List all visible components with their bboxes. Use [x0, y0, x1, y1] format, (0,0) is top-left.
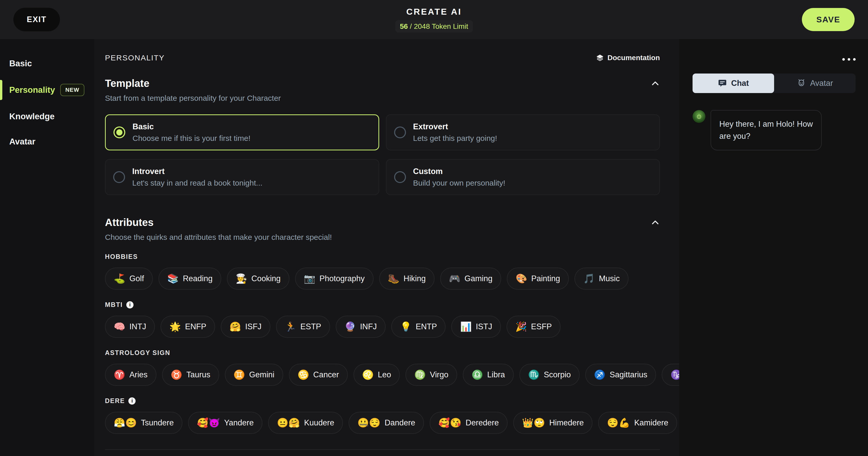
chip-emoji-icon: ♍	[414, 370, 426, 380]
chip-label: Yandere	[224, 418, 254, 427]
template-option-title: Custom	[413, 167, 505, 176]
chip-label: Hiking	[404, 274, 426, 283]
radio-icon[interactable]	[114, 127, 125, 138]
attribute-chip[interactable]: 🤐😌 Dandere	[349, 412, 424, 434]
chip-label: Libra	[487, 370, 505, 380]
radio-icon[interactable]	[394, 171, 406, 183]
info-icon[interactable]: i	[128, 397, 135, 404]
chip-emoji-icon: 😤😊	[114, 418, 137, 427]
chip-label: Scorpio	[544, 370, 571, 380]
chip-label: ENTP	[416, 322, 437, 331]
attribute-chip[interactable]: 🎨 Painting	[507, 268, 569, 290]
template-options: Basic Choose me if this is your first ti…	[105, 115, 679, 195]
chip-emoji-icon: ♊	[234, 370, 245, 380]
attribute-chip[interactable]: 📷 Photography	[295, 268, 374, 290]
attribute-chip[interactable]: 💡 ENTP	[391, 316, 446, 338]
attribute-chip[interactable]: 😐🤗 Kuudere	[268, 412, 343, 434]
chip-label: Dandere	[384, 418, 415, 427]
attribute-chip[interactable]: ♑ Capricorn	[662, 364, 679, 386]
sidebar-item[interactable]: Knowledge	[0, 104, 94, 129]
attribute-chip[interactable]: ♈ Aries	[105, 364, 156, 386]
chip-label: Leo	[378, 370, 391, 380]
attribute-chip[interactable]: 🧠 INTJ	[105, 316, 155, 338]
chip-label: Painting	[531, 274, 560, 283]
chip-emoji-icon: 🧠	[114, 322, 125, 331]
documentation-label: Documentation	[608, 54, 660, 62]
more-options-icon[interactable]	[692, 56, 856, 63]
attribute-chip[interactable]: ♐ Sagittarius	[585, 364, 656, 386]
chip-label: Reading	[183, 274, 213, 283]
attribute-chip[interactable]: ♏ Scorpio	[519, 364, 580, 386]
chevron-up-icon[interactable]	[651, 79, 660, 88]
template-option-title: Introvert	[132, 167, 262, 176]
chip-emoji-icon: ♉	[171, 370, 182, 380]
template-option-card[interactable]: Extrovert Lets get this party going!	[386, 115, 660, 150]
attribute-group-label: HOBBIES	[105, 253, 138, 260]
attribute-chip[interactable]: 🎉 ESFP	[506, 316, 561, 338]
page-title: CREATE AI	[395, 7, 473, 17]
chip-label: Sagittarius	[610, 370, 647, 380]
sidebar-item[interactable]: Personality NEW	[0, 76, 94, 104]
template-section-subtitle: Start from a template personality for yo…	[105, 94, 679, 103]
template-option-card[interactable]: Basic Choose me if this is your first ti…	[105, 115, 379, 150]
attribute-chip[interactable]: ♋ Cancer	[289, 364, 348, 386]
template-option-card[interactable]: Introvert Let's stay in and read a book …	[105, 159, 379, 195]
attribute-chip[interactable]: 📚 Reading	[158, 268, 221, 290]
attribute-chip[interactable]: 🥰😈 Yandere	[188, 412, 262, 434]
info-icon[interactable]: i	[126, 301, 133, 308]
chip-label: ISFJ	[245, 322, 261, 331]
attribute-chip[interactable]: 😌💪 Kamidere	[598, 412, 677, 434]
sidebar-item[interactable]: Basic	[0, 51, 94, 76]
attribute-chip-row: ♈ Aries ♉ Taurus ♊ Gemini ♋ Cancer	[105, 364, 679, 386]
chip-emoji-icon: ♌	[362, 370, 374, 380]
attribute-chip[interactable]: 📊 ISTJ	[451, 316, 501, 338]
chevron-up-icon[interactable]	[651, 218, 660, 227]
attribute-chip[interactable]: 🥰😘 Deredere	[430, 412, 507, 434]
attribute-group-label: DERE	[105, 397, 125, 404]
attribute-chip[interactable]: 😤😊 Tsundere	[105, 412, 182, 434]
exit-button[interactable]: EXIT	[13, 8, 60, 31]
chip-emoji-icon: ♑	[671, 370, 679, 380]
chip-label: Himedere	[549, 418, 584, 427]
chip-emoji-icon: 🏃	[285, 322, 297, 331]
attribute-chip[interactable]: 🎵 Music	[575, 268, 628, 290]
documentation-link[interactable]: Documentation	[596, 54, 660, 62]
personality-panel: PERSONALITY Documentation Template	[94, 39, 679, 456]
attribute-chip[interactable]: ♉ Taurus	[162, 364, 219, 386]
attribute-chip[interactable]: ♍ Virgo	[405, 364, 457, 386]
robot-icon	[797, 79, 806, 88]
chip-label: INFJ	[360, 322, 377, 331]
tab-avatar[interactable]: Avatar	[774, 73, 856, 93]
attribute-chip[interactable]: ♊ Gemini	[225, 364, 283, 386]
attribute-chip[interactable]: ♎ Libra	[463, 364, 514, 386]
attribute-chip[interactable]: 🥾 Hiking	[379, 268, 435, 290]
new-badge: NEW	[60, 84, 84, 96]
attribute-chip[interactable]: 🏃 ESTP	[276, 316, 330, 338]
attribute-chip[interactable]: 🎮 Gaming	[440, 268, 501, 290]
preview-panel: Chat Avatar ☺ Hey there, I am	[679, 39, 868, 456]
sidebar-item-label: Basic	[9, 59, 32, 68]
attribute-chip[interactable]: 🔮 INFJ	[336, 316, 385, 338]
chip-emoji-icon: 🤐😌	[357, 418, 380, 427]
chip-emoji-icon: 🥰😘	[438, 418, 462, 427]
attribute-group: MBTI i 🧠 INTJ 🌟 ENFP 🤗	[105, 301, 679, 338]
attribute-chip[interactable]: ⛳ Golf	[105, 268, 153, 290]
tab-chat[interactable]: Chat	[692, 73, 774, 93]
attribute-chip-row: 😤😊 Tsundere 🥰😈 Yandere 😐🤗 Kuudere 🤐😌	[105, 412, 679, 434]
attribute-chip[interactable]: 🌟 ENFP	[160, 316, 215, 338]
chip-emoji-icon: ♈	[114, 370, 125, 380]
attribute-chip[interactable]: 🧑‍🍳 Cooking	[227, 268, 289, 290]
attribute-chip-row: 🧠 INTJ 🌟 ENFP 🤗 ISFJ 🏃 ESTP	[105, 316, 679, 338]
attribute-chip[interactable]: 👑🙄 Himedere	[513, 412, 592, 434]
chip-label: ESTP	[301, 322, 321, 331]
sidebar-item[interactable]: Avatar	[0, 129, 94, 154]
save-button[interactable]: SAVE	[802, 8, 855, 31]
attribute-chip[interactable]: ♌ Leo	[353, 364, 400, 386]
template-option-card[interactable]: Custom Build your own personality!	[386, 159, 660, 195]
radio-icon[interactable]	[113, 171, 125, 183]
chip-label: Aries	[129, 370, 148, 380]
chip-emoji-icon: 🎉	[515, 322, 527, 331]
token-counter: 56 / 2048 Token Limit	[395, 20, 473, 33]
attribute-chip[interactable]: 🤗 ISFJ	[221, 316, 270, 338]
radio-icon[interactable]	[394, 127, 406, 138]
